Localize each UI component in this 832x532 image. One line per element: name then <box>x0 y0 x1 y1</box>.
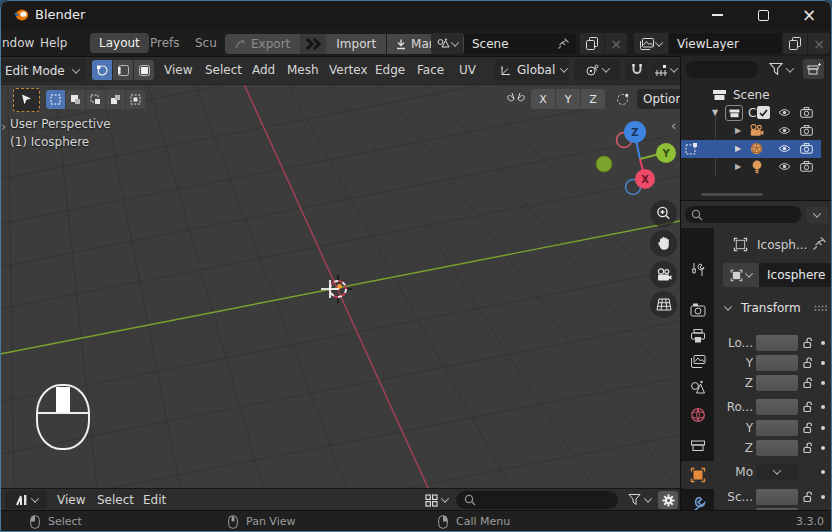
outliner-row-scene[interactable]: Scene <box>681 86 832 104</box>
navigation-gizmo[interactable]: Z Y X <box>588 113 680 208</box>
outliner-row-light[interactable]: ▶ <box>681 158 832 176</box>
lock-icon[interactable] <box>802 491 815 503</box>
active-tool-button[interactable] <box>13 88 40 112</box>
rotation-x-field[interactable] <box>756 399 798 415</box>
properties-search-input[interactable] <box>685 206 801 223</box>
scale-x-field[interactable] <box>756 489 798 505</box>
bottom-menu-view[interactable]: View <box>57 493 85 507</box>
tab-modifiers[interactable] <box>690 496 706 510</box>
select-option-subtract-button[interactable] <box>86 90 105 109</box>
eye-icon[interactable] <box>778 126 791 135</box>
maximize-button[interactable] <box>740 0 786 30</box>
select-mode-edge-button[interactable] <box>113 60 133 80</box>
location-x-field[interactable] <box>756 335 798 351</box>
editor-type-button[interactable] <box>5 491 47 509</box>
collection-checkbox[interactable] <box>757 106 770 119</box>
animate-dot[interactable] <box>821 495 825 499</box>
select-option-intersect-button[interactable] <box>126 90 145 109</box>
mode-selector[interactable]: Edit Mode <box>0 59 86 82</box>
transform-panel-header[interactable]: Transform <box>715 298 832 318</box>
eye-icon[interactable] <box>778 144 791 153</box>
sidebar-toggle-icon[interactable]: ‹ <box>671 118 676 133</box>
lock-icon[interactable] <box>802 377 815 389</box>
mirror-z-button[interactable]: Z <box>581 89 605 109</box>
minimize-button[interactable] <box>694 0 740 30</box>
render-camera-icon[interactable] <box>800 125 813 136</box>
menu-mesh[interactable]: Mesh <box>287 63 319 77</box>
proportional-edit-button[interactable] <box>611 89 633 109</box>
disclosure-closed-icon[interactable]: ▶ <box>735 144 741 153</box>
tab-object[interactable] <box>690 467 706 483</box>
options-dropdown[interactable]: Options <box>637 89 680 109</box>
select-option-invert-button[interactable] <box>106 90 125 109</box>
ortho-toggle-button[interactable] <box>650 291 677 318</box>
workspace-tab-layout[interactable]: Layout <box>90 33 149 53</box>
rotation-y-field[interactable] <box>756 420 798 436</box>
menu-edge[interactable]: Edge <box>375 63 405 77</box>
tab-tool[interactable] <box>690 262 706 278</box>
spreadsheet-search-input[interactable] <box>456 491 618 509</box>
lock-icon[interactable] <box>802 442 815 454</box>
outliner-row-icosphere[interactable]: ▶ <box>681 140 821 158</box>
menu-uv[interactable]: UV <box>459 63 476 77</box>
lock-icon[interactable] <box>802 401 815 413</box>
rotation-z-field[interactable] <box>756 440 798 456</box>
toolbar-toggle-icon[interactable]: › <box>1 119 6 134</box>
transform-orientation-selector[interactable]: Global <box>495 59 569 81</box>
location-z-field[interactable] <box>756 375 798 391</box>
rotation-mode-dropdown[interactable] <box>756 463 798 480</box>
menu-window[interactable]: ndow <box>2 36 34 50</box>
animate-dot[interactable] <box>821 470 825 474</box>
disclosure-closed-icon[interactable]: ▶ <box>735 162 741 171</box>
scene-name-field[interactable]: Scene <box>464 33 576 54</box>
mirror-y-button[interactable]: Y <box>556 89 580 109</box>
viewport-3d[interactable]: User Perspective (1) Icosphere › <box>0 85 680 488</box>
select-option-set-button[interactable] <box>46 90 65 109</box>
new-scene-button[interactable] <box>580 33 604 54</box>
tab-render[interactable] <box>690 302 706 318</box>
menu-select[interactable]: Select <box>205 63 242 77</box>
object-name-field[interactable]: Icosphere <box>759 263 831 287</box>
render-camera-icon[interactable] <box>800 143 813 154</box>
pivot-point-selector[interactable] <box>574 59 620 81</box>
select-option-extend-button[interactable] <box>66 90 85 109</box>
menu-vertex[interactable]: Vertex <box>329 63 368 77</box>
snap-settings-button[interactable] <box>650 59 680 81</box>
eye-icon[interactable] <box>778 162 791 171</box>
render-camera-icon[interactable] <box>800 161 813 172</box>
animate-dot[interactable] <box>821 341 825 345</box>
pin-icon[interactable] <box>557 37 570 50</box>
lock-icon[interactable] <box>802 337 815 349</box>
mirror-x-button[interactable]: X <box>531 89 555 109</box>
lock-icon[interactable] <box>802 422 815 434</box>
animate-dot[interactable] <box>821 381 825 385</box>
animate-dot[interactable] <box>821 426 825 430</box>
outliner-search-input[interactable] <box>686 61 758 78</box>
select-mode-face-button[interactable] <box>134 60 154 80</box>
animate-dot[interactable] <box>821 405 825 409</box>
menu-face[interactable]: Face <box>417 63 444 77</box>
tab-output[interactable] <box>690 328 706 344</box>
tab-collection[interactable] <box>690 437 706 453</box>
disclosure-closed-icon[interactable]: ▶ <box>735 126 741 135</box>
zoom-button[interactable] <box>650 200 677 227</box>
tab-view-layer[interactable] <box>690 354 706 370</box>
tab-scene[interactable] <box>690 380 706 396</box>
pin-icon[interactable] <box>812 236 827 251</box>
viewlayer-type-button[interactable] <box>634 33 668 54</box>
outliner-row-camera[interactable]: ▶ <box>681 122 832 140</box>
lock-icon[interactable] <box>802 357 815 369</box>
delete-scene-button[interactable]: × <box>605 33 627 54</box>
tab-world[interactable] <box>690 407 706 423</box>
properties-options-button[interactable] <box>806 206 828 223</box>
menu-help[interactable]: Help <box>40 36 67 50</box>
camera-view-button[interactable] <box>650 261 677 288</box>
panel-grip-icon[interactable] <box>814 305 827 312</box>
select-mode-vertex-button[interactable] <box>92 60 112 80</box>
animate-dot[interactable] <box>821 446 825 450</box>
export-button[interactable]: Export <box>225 34 300 54</box>
scene-type-button[interactable] <box>431 33 463 54</box>
workspace-tab-scu[interactable]: Scu <box>195 36 217 50</box>
display-mode-button[interactable] <box>420 491 452 509</box>
new-collection-button[interactable] <box>803 59 824 79</box>
